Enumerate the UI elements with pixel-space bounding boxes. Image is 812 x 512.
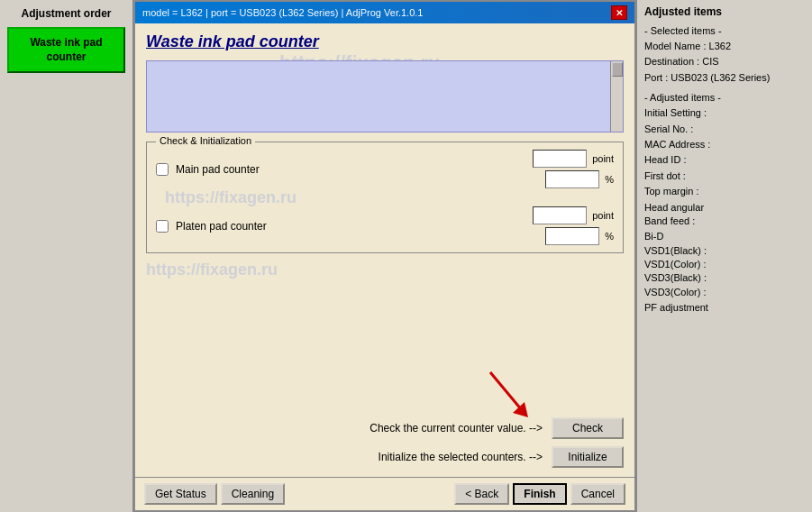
main-pad-counter-row: Main pad counter point % xyxy=(156,150,614,188)
initial-setting-item: Initial Setting : xyxy=(644,106,805,120)
check-button[interactable]: Check xyxy=(552,417,624,439)
platen-pad-percent-sign: % xyxy=(605,231,614,242)
platen-pad-point-input[interactable] xyxy=(533,206,587,224)
left-panel: Adjustment order Waste ink pad counter xyxy=(0,0,133,512)
dialog-titlebar: model = L362 | port = USB023 (L362 Serie… xyxy=(135,2,634,23)
dialog-area: model = L362 | port = USB023 (L362 Serie… xyxy=(133,0,636,512)
dialog-footer: Get Status Cleaning < Back Finish Cancel xyxy=(135,477,634,510)
init-action-text: Initialize the selected counters. --> xyxy=(146,451,543,463)
adjusted-items-header: - Adjusted items - xyxy=(644,92,805,103)
head-id-item: Head ID : xyxy=(644,153,805,167)
model-name-item: Model Name : L362 xyxy=(644,40,805,53)
adjusted-items-title: Adjusted items xyxy=(637,0,812,22)
main-pad-point-unit: point xyxy=(592,153,614,164)
initialize-button[interactable]: Initialize xyxy=(552,446,624,468)
main-pad-point-input[interactable] xyxy=(533,150,587,168)
close-button[interactable]: ✕ xyxy=(611,5,627,20)
first-dot-item: First dot : xyxy=(644,169,805,183)
svg-line-0 xyxy=(490,372,522,410)
dialog-heading: Waste ink pad counter xyxy=(146,32,624,51)
right-panel: Adjusted items - Selected items - Model … xyxy=(636,0,812,512)
main-pad-label: Main pad counter xyxy=(176,163,275,176)
top-margin-item: Top margin : xyxy=(644,185,805,198)
bid-item: Bi-DVSD1(Black) :VSD1(Color) :VSD3(Black… xyxy=(644,230,805,299)
pf-adjustment-item: PF adjustment xyxy=(644,301,805,315)
svg-marker-1 xyxy=(513,402,528,417)
platen-pad-percent-input[interactable] xyxy=(545,227,599,245)
check-init-section: Check & Initialization Main pad counter … xyxy=(146,142,624,253)
mac-address-item: MAC Address : xyxy=(644,138,805,151)
head-angular-item: Head angularBand feed : xyxy=(644,201,805,229)
watermark-2: https://fixagen.ru xyxy=(165,188,623,207)
scroll-thumb[interactable] xyxy=(612,62,623,77)
action-rows: Check the current counter value. --> Che… xyxy=(146,408,624,468)
watermark-3: https://fixagen.ru xyxy=(146,261,624,279)
platen-pad-checkbox[interactable] xyxy=(156,220,169,233)
port-item: Port : USB023 (L362 Series) xyxy=(644,71,805,85)
dialog-window: model = L362 | port = USB023 (L362 Serie… xyxy=(133,0,636,512)
destination-item: Destination : CIS xyxy=(644,55,805,69)
init-action-row: Initialize the selected counters. --> In… xyxy=(146,446,624,468)
dialog-body: Waste ink pad counter https://fixagen.ru… xyxy=(135,23,634,477)
get-status-button[interactable]: Get Status xyxy=(144,483,217,505)
serial-no-item: Serial No. : xyxy=(644,123,805,136)
main-pad-checkbox[interactable] xyxy=(156,163,169,176)
dialog-title-text: model = L362 | port = USB023 (L362 Serie… xyxy=(142,7,423,18)
waste-ink-pad-counter-button[interactable]: Waste ink pad counter xyxy=(7,27,125,73)
right-panel-content: - Selected items - Model Name : L362 Des… xyxy=(637,22,812,512)
check-init-legend: Check & Initialization xyxy=(156,135,255,146)
platen-pad-counter-row: Platen pad counter point % xyxy=(156,206,614,245)
back-button[interactable]: < Back xyxy=(454,483,509,505)
main-pad-percent-input[interactable] xyxy=(545,170,599,188)
cancel-button[interactable]: Cancel xyxy=(570,483,625,505)
platen-pad-label: Platen pad counter xyxy=(176,220,275,233)
main-pad-percent-sign: % xyxy=(605,174,614,185)
check-action-row: Check the current counter value. --> Che… xyxy=(146,417,624,439)
check-action-text: Check the current counter value. --> xyxy=(146,422,543,434)
info-box xyxy=(146,60,624,133)
platen-pad-point-unit: point xyxy=(592,210,614,221)
selected-items-header: - Selected items - xyxy=(644,25,805,36)
scrollbar[interactable] xyxy=(610,61,623,132)
finish-button[interactable]: Finish xyxy=(513,483,566,505)
cleaning-button[interactable]: Cleaning xyxy=(221,483,285,505)
adjustment-order-title: Adjustment order xyxy=(7,7,125,20)
